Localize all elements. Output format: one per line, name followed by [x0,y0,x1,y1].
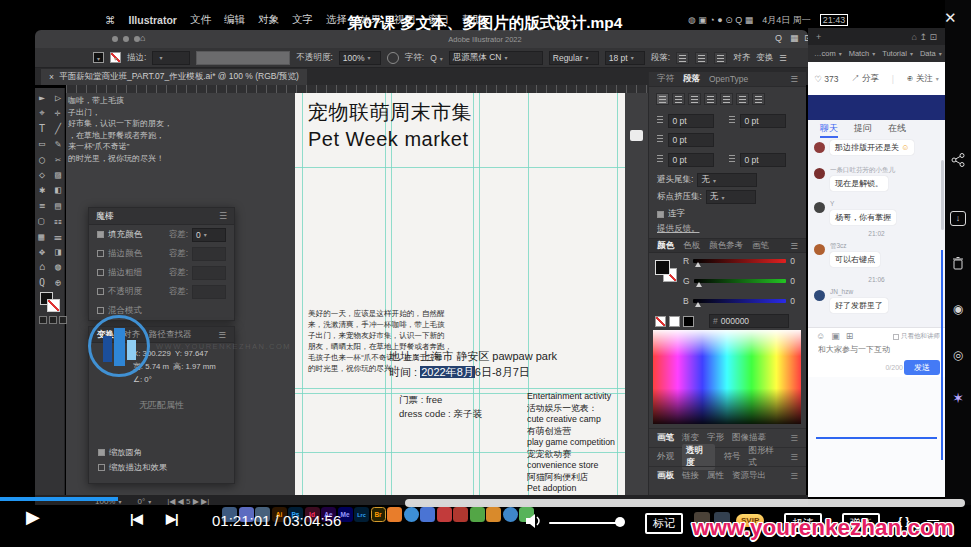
volume-knob[interactable] [615,517,625,527]
menubar-app[interactable]: Illustrator [129,14,177,26]
stroke-proxy[interactable] [47,299,60,312]
stroke-weight-field[interactable] [152,51,190,65]
seek-bar-buffered[interactable] [405,499,965,507]
tab-glyphs[interactable]: 字形 [707,432,724,444]
style-icon[interactable] [387,52,399,64]
red-slider[interactable] [693,259,786,263]
green-slider[interactable] [694,279,787,283]
tab-graphic-styles[interactable]: 图形样式 [748,445,782,469]
poster-entertainment-list[interactable]: Entertainment activity 活动娱乐一览表： cute cre… [527,391,624,495]
draw-mode-buttons[interactable] [39,316,67,324]
tab-questions[interactable]: 提问 [854,122,872,138]
align-left-icon[interactable] [676,52,689,64]
tab-artboards[interactable]: 画板 [657,470,674,482]
tab-opentype[interactable]: OpenType [709,74,748,84]
font-family-field[interactable]: 思源黑体 CN [449,51,543,65]
play-button[interactable]: ▶ [26,506,40,528]
apple-icon[interactable]: ⌘ [105,14,116,26]
white-swatch[interactable] [669,316,680,327]
justify-left-icon[interactable] [704,93,717,105]
traffic-light-close[interactable] [112,36,118,42]
tolerance-field[interactable]: 0 [192,228,226,242]
dock-app-bridge[interactable]: Br [371,507,386,522]
right-indent-field[interactable]: 0 pt [740,114,786,128]
left-indent-field[interactable]: 0 pt [668,114,714,128]
tolerance-field[interactable] [192,247,226,261]
tab-swatches[interactable]: 色板 [683,240,700,252]
dock-app-icon[interactable] [486,507,501,522]
tab-properties[interactable]: 属性 [707,470,724,482]
tolerance-field[interactable] [192,285,226,299]
stroke-color-swatch[interactable] [110,52,121,63]
seek-bar-played[interactable] [0,497,118,501]
share-button[interactable]: ↗ 分享 [851,73,879,85]
bookmark-tutorial[interactable]: Tutorial [882,49,913,58]
filter-toggle[interactable]: 只看他和讲师 [893,332,940,341]
tab-appearance[interactable]: 外观 [657,451,674,463]
align-panel-link[interactable]: 对齐 [733,52,750,64]
space-after-field[interactable]: 0 pt [740,153,786,167]
chat-message-input[interactable] [816,344,940,355]
download-icon[interactable]: ↓ [945,210,971,226]
blend-mode-checkbox[interactable] [97,307,104,314]
tab-links[interactable]: 链接 [682,470,699,482]
panel-menu-icon[interactable]: ☰ [790,433,798,443]
poster-address[interactable]: 地址 : 上海市 静安区 pawpaw park 时间 : 2022年8月6日-… [389,348,557,380]
sparkle-icon[interactable]: ✶ [945,390,971,406]
tab-brushes[interactable]: 画笔 [752,240,769,252]
black-swatch[interactable] [683,316,694,327]
red-value[interactable]: 0 [790,256,795,266]
browser-window-icons[interactable]: ⌂ ↥ ⊡ [911,32,937,42]
avatar[interactable] [814,168,825,179]
bookmark-match[interactable]: Match [849,49,875,58]
scale-corners-checkbox[interactable] [98,449,105,456]
stroke-weight-checkbox[interactable] [97,269,104,276]
search-icon[interactable]: Q [775,33,782,43]
trash-icon[interactable] [945,256,971,273]
variable-width-field[interactable] [196,51,290,65]
poster-title[interactable]: 宠物联萌周末市集 Pet Week market [308,99,472,153]
color-fill-stroke[interactable] [655,260,679,284]
toolbar-tools[interactable]: ► ▷ ⌖ ✛ T ╱ ▭ ✎ ◯ ✂ ◇ ▨ ✱ ◧ ≡ ▤ ▢ ☷ ▦ ☰ … [37,90,63,290]
dock-app-icon[interactable] [503,507,518,522]
kinsoku-select[interactable]: 无 [697,173,757,187]
menubar-status-icons[interactable]: ◍ ▣ ◔ ● ⊙ Q ▦ [688,15,753,25]
tab-image-trace[interactable]: 图像描摹 [732,432,766,444]
menu-object[interactable]: 对象 [258,13,279,27]
font-search-icon[interactable]: Q [430,53,443,63]
tab-paragraph[interactable]: 段落 [683,73,700,85]
avatar[interactable] [814,244,825,255]
font-style-field[interactable]: Regular [549,51,599,65]
panel-menu-icon[interactable]: ☰ [218,330,226,340]
home-icon[interactable]: ⌂ [140,33,145,43]
panel-menu-icon[interactable]: ☰ [790,452,798,462]
tab-character[interactable]: 字符 [657,73,674,85]
control-menu-icon[interactable]: ☰ [779,53,787,63]
fill-proxy[interactable] [655,260,670,275]
doc-close-icon[interactable]: × [49,72,54,82]
tab-symbols[interactable]: 符号 [723,451,740,463]
align-center-icon[interactable] [672,93,685,105]
scale-strokes-checkbox[interactable] [98,464,105,471]
space-before-field[interactable]: 0 pt [668,153,714,167]
hyphenate-checkbox[interactable] [657,211,664,218]
tab-gradient[interactable]: 渐变 [682,432,699,444]
target-icon[interactable]: ◎ [945,348,971,362]
fill-color-checkbox[interactable] [97,231,104,238]
pasteboard-text-fragment[interactable]: 咖啡，带上毛孩 子出门， 好市集，认识一下新的朋友， ，在草地上野餐或者奔跑， … [68,95,172,164]
green-value[interactable]: 0 [790,276,795,286]
align-left-icon[interactable] [656,93,669,105]
align-center-icon[interactable] [695,52,708,64]
collapsed-panel-icon[interactable] [630,130,643,141]
fill-color-swatch[interactable] [93,52,104,63]
color-spectrum[interactable] [653,330,801,424]
align-right-icon[interactable] [688,93,701,105]
dock-app-icon[interactable] [453,507,468,522]
justify-right-icon[interactable] [736,93,749,105]
marker-button[interactable]: 标记 [645,513,683,534]
avatar[interactable] [814,142,825,153]
follow-button[interactable]: ⊕ 关注 [907,73,939,85]
arrange-documents-icon[interactable]: ▦ [790,33,799,43]
bookmark-data[interactable]: Data [920,49,942,58]
blue-value[interactable]: 0 [790,296,795,306]
